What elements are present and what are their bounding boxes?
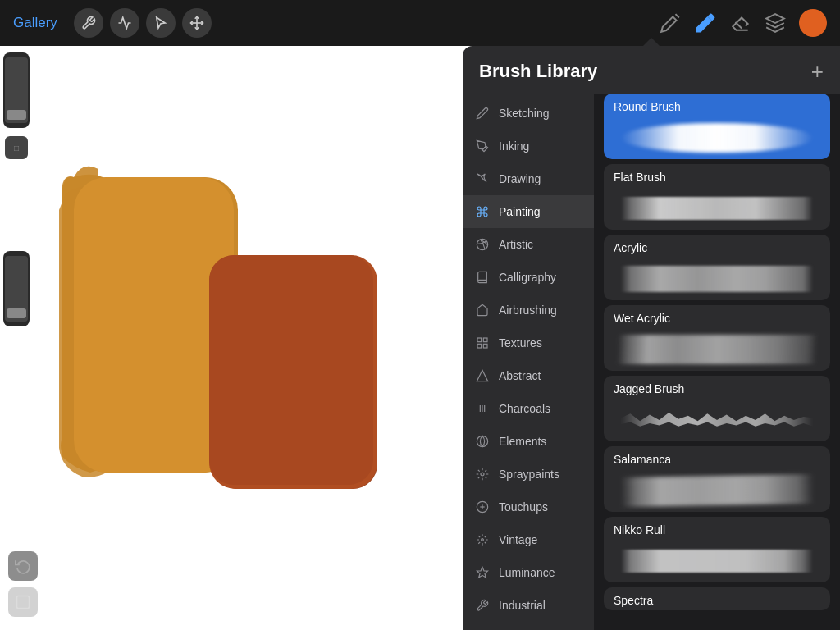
charcoals-label: Charcoals <box>499 402 550 415</box>
brush-library-header: Brush Library + <box>463 46 840 94</box>
panel-caret <box>643 38 660 46</box>
category-item-airbrushing[interactable]: Airbrushing <box>463 294 594 326</box>
brush-item-salamanca[interactable]: Salamanca <box>604 446 830 512</box>
vintage-icon <box>474 532 491 548</box>
calligraphy-label: Calligraphy <box>499 271 556 284</box>
inking-label: Inking <box>499 139 529 153</box>
undo-button[interactable] <box>8 551 38 581</box>
nikko-rull-stroke <box>621 550 814 573</box>
elements-label: Elements <box>499 435 546 448</box>
textures-icon <box>474 335 491 351</box>
brush-tool-button[interactable] <box>694 11 717 34</box>
vintage-label: Vintage <box>499 533 537 546</box>
brush-library-title: Brush Library <box>479 61 597 82</box>
artistic-icon <box>474 236 491 253</box>
layers-button[interactable] <box>765 12 786 34</box>
opacity-handle[interactable] <box>7 308 26 318</box>
pencil-tool-button[interactable] <box>660 12 681 34</box>
round-brush-label: Round Brush <box>604 94 830 116</box>
charcoals-icon <box>474 400 491 417</box>
user-avatar[interactable] <box>799 9 827 37</box>
wet-acrylic-preview <box>604 328 830 371</box>
category-item-luminance[interactable]: Luminance <box>463 556 594 589</box>
nikko-rull-preview <box>604 540 830 582</box>
category-item-sketching[interactable]: Sketching <box>463 97 594 130</box>
jagged-brush-stroke <box>621 406 814 434</box>
flat-brush-stroke <box>621 197 814 220</box>
wrench-button[interactable] <box>74 8 103 38</box>
category-item-elements[interactable]: Elements <box>463 425 594 458</box>
wet-acrylic-label: Wet Acrylic <box>604 305 830 328</box>
category-item-abstract[interactable]: Abstract <box>463 359 594 392</box>
category-item-vintage[interactable]: Vintage <box>463 523 594 556</box>
svg-point-20 <box>481 472 484 476</box>
category-item-touchups[interactable]: Touchups <box>463 491 594 523</box>
painting-icon <box>474 203 491 220</box>
category-item-painting[interactable]: Painting <box>463 195 594 228</box>
salamanca-label: Salamanca <box>604 446 830 469</box>
touchups-icon <box>474 499 491 515</box>
gallery-button[interactable]: Gallery <box>13 15 57 31</box>
jagged-brush-label: Jagged Brush <box>604 376 830 399</box>
svg-point-19 <box>477 436 487 446</box>
luminance-icon <box>474 564 491 581</box>
category-item-charcoals[interactable]: Charcoals <box>463 392 594 425</box>
category-item-industrial[interactable]: Industrial <box>463 589 594 622</box>
round-brush-stroke <box>621 123 814 153</box>
opacity-track <box>5 256 28 322</box>
spectra-label: Spectra <box>604 587 830 610</box>
redo-button[interactable] <box>8 587 38 617</box>
category-item-drawing[interactable]: Drawing <box>463 162 594 195</box>
sketching-icon <box>474 105 491 121</box>
brush-item-round-brush[interactable]: Round Brush <box>604 94 830 159</box>
category-item-inking[interactable]: Inking <box>463 130 594 162</box>
wet-acrylic-stroke <box>617 335 817 364</box>
brush-item-nikko-rull[interactable]: Nikko Rull <box>604 517 830 582</box>
add-brush-button[interactable]: + <box>811 61 824 82</box>
brush-library-panel: Brush Library + Sketching Inki <box>463 46 840 630</box>
category-item-calligraphy[interactable]: Calligraphy <box>463 261 594 294</box>
brush-item-jagged-brush[interactable]: Jagged Brush <box>604 376 830 441</box>
adjust-button[interactable] <box>110 8 139 38</box>
brush-opacity-slider[interactable] <box>3 251 30 326</box>
airbrushing-icon <box>474 302 491 318</box>
flat-brush-label: Flat Brush <box>604 164 830 187</box>
eraser-tool-button[interactable] <box>730 12 751 34</box>
category-list: Sketching Inking Drawing <box>463 94 594 630</box>
touchups-label: Touchups <box>499 500 548 514</box>
jagged-brush-preview <box>604 399 830 441</box>
brush-item-flat-brush[interactable]: Flat Brush <box>604 164 830 230</box>
painting-label: Painting <box>499 205 541 218</box>
toolbar-right-icons <box>660 9 827 37</box>
category-item-spraypaints[interactable]: Spraypaints <box>463 458 594 491</box>
bottom-tools <box>8 551 38 617</box>
category-item-artistic[interactable]: Artistic <box>463 228 594 261</box>
nikko-rull-label: Nikko Rull <box>604 517 830 540</box>
svg-marker-25 <box>477 567 487 578</box>
svg-marker-3 <box>766 14 784 23</box>
inking-icon <box>474 138 491 154</box>
industrial-icon <box>474 597 491 614</box>
transform-button[interactable] <box>182 8 212 38</box>
brush-item-spectra[interactable]: Spectra <box>604 587 830 610</box>
layer-thumbnail: □ <box>5 136 28 159</box>
select-button[interactable] <box>146 8 176 38</box>
svg-rect-12 <box>483 338 487 342</box>
acrylic-preview <box>604 258 830 300</box>
airbrushing-label: Airbrushing <box>499 304 557 317</box>
svg-rect-8 <box>209 255 373 485</box>
brush-item-wet-acrylic[interactable]: Wet Acrylic <box>604 305 830 371</box>
calligraphy-icon <box>474 269 491 285</box>
brush-size-slider[interactable] <box>3 52 30 128</box>
luminance-label: Luminance <box>499 566 555 579</box>
svg-point-24 <box>482 539 484 541</box>
drawing-label: Drawing <box>499 172 541 185</box>
svg-rect-9 <box>17 596 30 609</box>
size-track <box>5 57 28 123</box>
toolbar-left-icons <box>74 8 212 38</box>
brush-item-acrylic[interactable]: Acrylic <box>604 235 830 300</box>
left-sidebar: □ <box>0 46 33 630</box>
category-item-textures[interactable]: Textures <box>463 326 594 359</box>
canvas-painting <box>49 128 476 538</box>
size-handle[interactable] <box>7 110 26 120</box>
